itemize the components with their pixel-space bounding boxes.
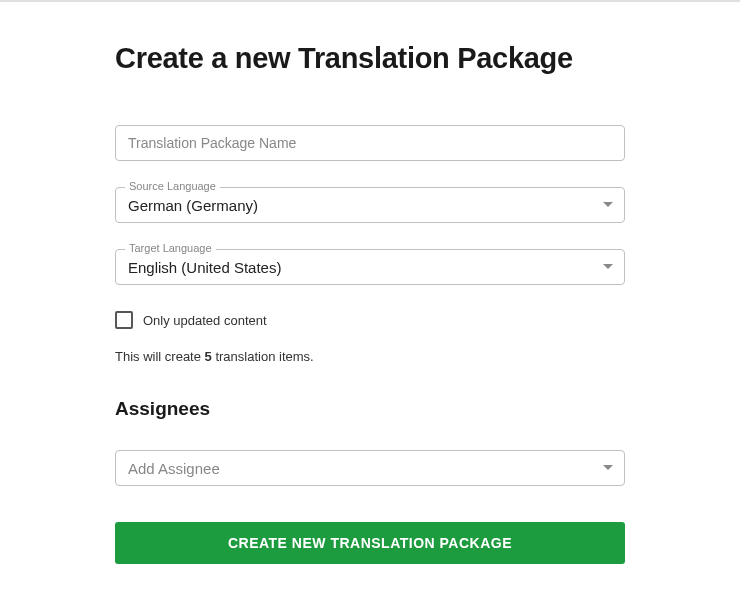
source-language-label: Source Language xyxy=(125,180,220,192)
source-language-value: German (Germany) xyxy=(128,197,258,214)
only-updated-row: Only updated content xyxy=(115,311,625,329)
create-package-button[interactable]: CREATE NEW TRANSLATION PACKAGE xyxy=(115,522,625,564)
source-language-select[interactable]: German (Germany) xyxy=(115,187,625,223)
only-updated-checkbox[interactable] xyxy=(115,311,133,329)
target-language-select[interactable]: English (United States) xyxy=(115,249,625,285)
form-container: Create a new Translation Package Source … xyxy=(0,2,740,584)
info-suffix: translation items. xyxy=(212,349,314,364)
assignee-select[interactable]: Add Assignee xyxy=(115,450,625,486)
info-count: 5 xyxy=(205,349,212,364)
package-name-input[interactable] xyxy=(115,125,625,161)
info-prefix: This will create xyxy=(115,349,205,364)
page-title: Create a new Translation Package xyxy=(115,42,625,75)
assignee-placeholder: Add Assignee xyxy=(128,460,220,477)
assignee-wrapper: Add Assignee xyxy=(115,450,625,486)
assignees-heading: Assignees xyxy=(115,398,625,420)
target-language-label: Target Language xyxy=(125,242,216,254)
source-language-wrapper: Source Language German (Germany) xyxy=(115,187,625,223)
target-language-value: English (United States) xyxy=(128,259,281,276)
only-updated-label: Only updated content xyxy=(143,313,267,328)
package-name-field-wrapper xyxy=(115,125,625,161)
target-language-wrapper: Target Language English (United States) xyxy=(115,249,625,285)
translation-count-info: This will create 5 translation items. xyxy=(115,349,625,364)
